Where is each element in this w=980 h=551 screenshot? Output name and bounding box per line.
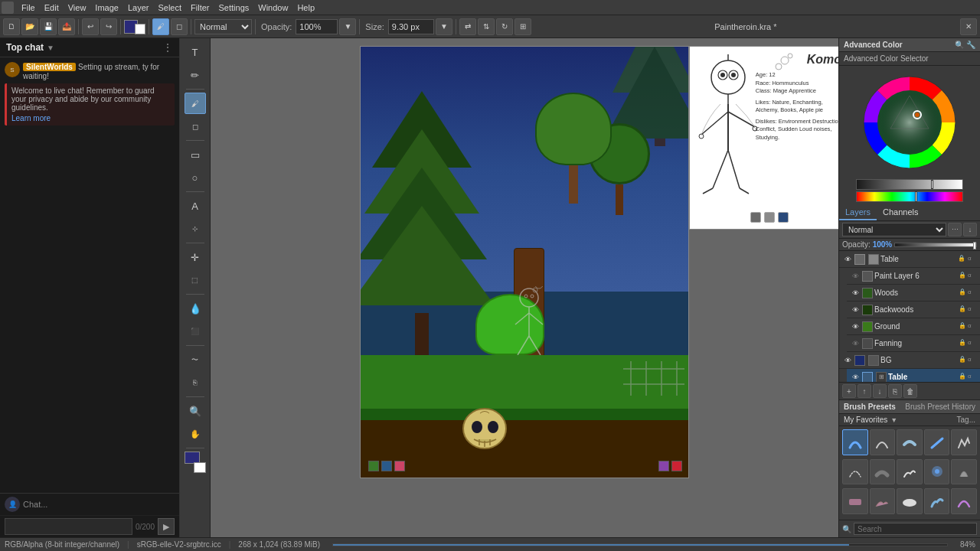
status-progress-bar[interactable] xyxy=(332,543,948,546)
layer-eye-backwoods[interactable]: 👁 xyxy=(850,305,861,315)
brush-preset-5[interactable] xyxy=(951,429,977,455)
opacity-down-btn[interactable]: ▼ xyxy=(339,18,356,35)
rotate-button[interactable]: ↻ xyxy=(496,18,513,35)
blend-mode-select[interactable]: Normal Multiply Screen xyxy=(194,19,252,34)
layer-eye-table-2[interactable]: 👁 xyxy=(850,372,861,383)
brush-preset-2[interactable] xyxy=(870,429,896,455)
background-color-swatch[interactable] xyxy=(194,462,206,473)
layer-lock-bw[interactable]: 🔒 xyxy=(959,305,968,315)
chat-expand-icon[interactable]: ▼ xyxy=(47,44,54,52)
favorites-dropdown-icon[interactable]: ▼ xyxy=(890,416,897,424)
crop-tool-button[interactable]: ⬚ xyxy=(185,269,206,291)
brush-preset-13[interactable] xyxy=(897,488,923,514)
main-canvas[interactable] xyxy=(360,46,689,478)
brush-preset-9[interactable] xyxy=(924,459,950,485)
layer-eye-fanning[interactable]: 👁 xyxy=(850,338,861,349)
zoom-button[interactable]: 🔍 xyxy=(185,400,206,422)
brush-preset-14[interactable] xyxy=(924,488,950,514)
move-down-btn[interactable]: ↓ xyxy=(873,384,887,398)
ellipse-select-button[interactable]: ○ xyxy=(185,167,206,188)
size-input[interactable] xyxy=(388,19,434,34)
brush-search-input[interactable] xyxy=(854,523,977,535)
layer-alpha-woods[interactable]: α xyxy=(968,289,977,298)
new-doc-button[interactable]: 🗋 xyxy=(3,18,20,35)
eraser-button[interactable]: ◻ xyxy=(171,18,188,35)
layer-lock-fn[interactable]: 🔒 xyxy=(959,339,968,348)
layer-item-table-2[interactable]: 👁 ⊞ Table 🔒 α xyxy=(847,369,980,382)
type-tool-button[interactable]: A xyxy=(185,195,206,217)
layer-lock-woods[interactable]: 🔒 xyxy=(959,289,968,298)
brush-preset-6[interactable] xyxy=(842,459,868,485)
value-gradient-bar[interactable] xyxy=(856,179,963,190)
layer-eye-woods[interactable]: 👁 xyxy=(850,288,861,298)
layer-blend-mode-select[interactable]: Normal xyxy=(842,223,946,236)
mirror-v-button[interactable]: ⇅ xyxy=(478,18,495,35)
brush-tool-button[interactable]: 🖌 xyxy=(152,18,169,35)
brush-preset-1[interactable] xyxy=(842,429,868,455)
brush-preset-15[interactable] xyxy=(951,488,977,514)
menu-edit[interactable]: Edit xyxy=(40,2,64,13)
tab-layers[interactable]: Layers xyxy=(839,205,877,220)
opacity-input[interactable] xyxy=(296,19,338,34)
delete-layer-btn[interactable]: 🗑 xyxy=(903,384,917,398)
menu-image[interactable]: Image xyxy=(90,2,123,13)
canvas-area[interactable]: Komo Age: 12 Race: Hommunculus Class: xyxy=(211,38,838,537)
layer-item-table-1[interactable]: 👁 Table 🔒 α xyxy=(839,251,980,268)
menu-settings[interactable]: Settings xyxy=(214,2,254,13)
layer-eye-ground[interactable]: 👁 xyxy=(850,321,861,332)
hand-button[interactable]: ✋ xyxy=(185,423,206,445)
save-button[interactable]: 💾 xyxy=(40,18,57,35)
opacity-slider[interactable] xyxy=(894,243,977,247)
layer-down-btn[interactable]: ↓ xyxy=(963,223,977,236)
freehand-tool-button[interactable]: ✏ xyxy=(185,64,206,86)
transform-button[interactable]: ⊹ xyxy=(185,218,206,240)
layer-lock-bg[interactable]: 🔒 xyxy=(959,356,968,365)
layer-settings-btn[interactable]: ⋯ xyxy=(948,223,962,236)
duplicate-layer-btn[interactable]: ⎘ xyxy=(888,384,902,398)
text-tool-button[interactable]: T xyxy=(185,41,206,63)
open-button[interactable]: 📂 xyxy=(21,18,38,35)
size-down-btn[interactable]: ▼ xyxy=(436,18,452,35)
menu-file[interactable]: File xyxy=(17,2,40,13)
layer-eye-paintlayer[interactable]: 👁 xyxy=(850,271,861,282)
mirror-h-button[interactable]: ⇄ xyxy=(459,18,476,35)
layer-lock-pl[interactable]: 🔒 xyxy=(959,272,968,281)
layer-lock-t2[interactable]: 🔒 xyxy=(959,373,968,382)
rect-select-button[interactable]: ▭ xyxy=(185,144,206,165)
layer-alpha-bw[interactable]: α xyxy=(968,305,977,315)
export-button[interactable]: 📤 xyxy=(58,18,75,35)
color-panel-search-icon[interactable]: 🔍 xyxy=(955,41,964,49)
brush-preset-4[interactable] xyxy=(924,429,950,455)
hue-bar[interactable] xyxy=(856,191,963,202)
menu-layer[interactable]: Layer xyxy=(123,2,154,13)
color-wheel[interactable] xyxy=(856,69,963,176)
add-layer-btn[interactable]: + xyxy=(842,384,856,398)
tab-channels[interactable]: Channels xyxy=(877,205,924,220)
menu-window[interactable]: Window xyxy=(253,2,292,13)
brush-preset-10[interactable] xyxy=(951,459,977,485)
bg-color-btn[interactable] xyxy=(135,24,145,34)
layer-item-bg[interactable]: 👁 BG 🔒 α xyxy=(839,352,980,369)
layer-lock-1[interactable]: 🔒 xyxy=(958,255,967,264)
redo-button[interactable]: ↪ xyxy=(100,18,117,35)
chat-menu-button[interactable]: ⋮ xyxy=(162,41,173,54)
learn-more-link[interactable]: Learn more xyxy=(11,114,170,122)
close-document-button[interactable]: ✕ xyxy=(960,18,977,35)
undo-button[interactable]: ↩ xyxy=(82,18,99,35)
chat-send-button[interactable]: ▶ xyxy=(158,518,175,535)
layer-lock-gnd[interactable]: 🔒 xyxy=(959,322,968,331)
fill-button[interactable]: ⬛ xyxy=(185,321,206,342)
layer-item-woods[interactable]: 👁 Woods 🔒 α xyxy=(847,285,980,302)
clone-button[interactable]: ⎘ xyxy=(185,372,206,393)
brush-preset-8[interactable] xyxy=(897,459,923,485)
brush-preset-7[interactable] xyxy=(870,459,896,485)
brush-preset-12[interactable] xyxy=(870,488,896,514)
chat-input[interactable] xyxy=(5,518,132,535)
brush-preset-11[interactable] xyxy=(842,488,868,514)
color-panel-tool-icon[interactable]: 🔧 xyxy=(966,41,975,49)
warp-button[interactable]: 〜 xyxy=(185,349,206,370)
menu-filter[interactable]: Filter xyxy=(186,2,214,13)
layer-alpha-fn[interactable]: α xyxy=(968,339,977,348)
layer-alpha-1[interactable]: α xyxy=(968,255,977,264)
layer-alpha-pl[interactable]: α xyxy=(968,272,977,281)
